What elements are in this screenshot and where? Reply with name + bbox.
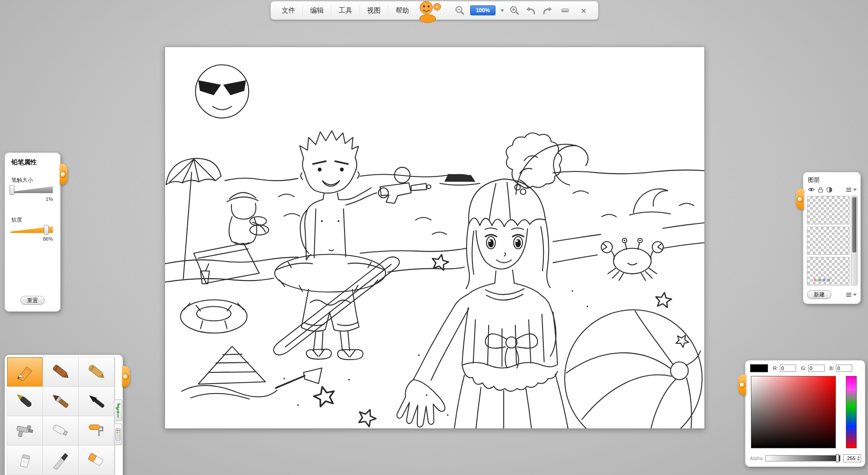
- green-input[interactable]: [808, 365, 825, 372]
- zoom-dropdown-arrow[interactable]: [500, 10, 504, 12]
- layers-scrollbar-thumb[interactable]: [852, 197, 856, 252]
- undo-arrow-icon: [525, 5, 537, 16]
- reset-button[interactable]: 重置: [20, 296, 45, 305]
- alpha-slider-handle[interactable]: [836, 454, 839, 462]
- caret-down-icon: [853, 294, 857, 296]
- softness-slider[interactable]: [10, 226, 53, 233]
- paint-roller-icon: [85, 421, 107, 440]
- paint-brush-icon: [50, 392, 71, 411]
- paint-tube-icon: [50, 421, 71, 440]
- layer-thumbnail-3[interactable]: [807, 257, 849, 285]
- clown-dot-icon: [797, 196, 803, 203]
- airbrush-icon: [14, 421, 36, 440]
- tool-paint-roller[interactable]: [79, 416, 114, 445]
- layer-menu-icon: [846, 187, 852, 192]
- red-input[interactable]: [780, 365, 796, 372]
- menu-file[interactable]: 文件: [274, 5, 303, 16]
- stamp-icon: [115, 428, 121, 441]
- tool-paint-tube[interactable]: [43, 416, 78, 445]
- pencil-properties-panel: 铅笔属性 笔触大小 1% 软度 86% 重置: [5, 152, 61, 312]
- layers-footer: 新建: [807, 290, 857, 299]
- swim-ring-on-sand: [180, 300, 247, 333]
- mascot-clown-button[interactable]: [416, 0, 445, 24]
- palette-knife-icon: [50, 451, 71, 470]
- palette-side-strip: [114, 399, 121, 445]
- boy-with-water-gun: [300, 131, 388, 260]
- layers-list: [807, 196, 849, 285]
- layers-panel: 图层: [803, 172, 861, 304]
- tool-pencil[interactable]: [7, 357, 42, 386]
- layer-options-button[interactable]: [846, 292, 857, 297]
- caret-down-icon: [853, 189, 857, 191]
- visibility-eye-icon[interactable]: [808, 187, 815, 192]
- pencil-panel-handle[interactable]: [60, 164, 67, 185]
- hue-strip[interactable]: [846, 376, 857, 448]
- zoom-out-button[interactable]: [454, 5, 465, 16]
- minimize-button[interactable]: [558, 5, 572, 15]
- layer-menu-button[interactable]: [846, 187, 857, 192]
- layers-scrollbar[interactable]: [851, 196, 858, 285]
- tool-chalk[interactable]: [79, 357, 114, 386]
- drawing-canvas[interactable]: [165, 47, 705, 429]
- alpha-spinner: [843, 454, 861, 462]
- brush-size-track: [10, 186, 53, 193]
- color-picker-panel: R: G: B: Alpha: [745, 360, 865, 467]
- color-panel-handle[interactable]: [738, 374, 746, 395]
- menu-edit[interactable]: 编辑: [303, 5, 331, 16]
- ink-brush-icon: [85, 392, 107, 411]
- zoom-in-button[interactable]: [509, 5, 520, 16]
- softness-slider-handle[interactable]: [44, 225, 49, 235]
- menu-view[interactable]: 视图: [360, 5, 388, 16]
- tool-fountain-pen[interactable]: [7, 387, 42, 416]
- fountain-pen-icon: [14, 392, 36, 411]
- layer-options-icon: [846, 292, 852, 297]
- saturation-value-box[interactable]: [751, 376, 836, 448]
- clown-dot-icon: [739, 382, 745, 388]
- layers-panel-title: 图层: [808, 176, 820, 184]
- close-button[interactable]: ×: [577, 5, 590, 15]
- paint-mark: [823, 279, 826, 281]
- tool-crayon[interactable]: [43, 357, 78, 386]
- new-layer-button[interactable]: 新建: [807, 290, 831, 299]
- softness-value: 86%: [43, 236, 53, 242]
- tool-ink-brush[interactable]: [79, 387, 114, 416]
- bamboo-icon: [115, 402, 121, 418]
- paint-jar-icon: [14, 451, 36, 470]
- tool-eraser[interactable]: [79, 446, 114, 475]
- pencil-panel-title: 铅笔属性: [11, 158, 37, 166]
- menu-help[interactable]: 帮助: [388, 5, 416, 16]
- spin-up-icon[interactable]: [857, 456, 860, 458]
- brush-size-value: 1%: [46, 196, 53, 202]
- sun-with-sunglasses: [195, 65, 249, 118]
- brush-size-slider-handle[interactable]: [9, 185, 14, 195]
- alpha-slider[interactable]: [765, 455, 840, 461]
- layers-panel-handle[interactable]: [796, 189, 804, 209]
- tool-palette-handle[interactable]: [122, 366, 130, 387]
- redo-button[interactable]: [542, 5, 553, 16]
- brush-size-slider[interactable]: [10, 186, 53, 193]
- tool-airbrush[interactable]: [7, 416, 42, 445]
- blue-input[interactable]: [836, 365, 852, 372]
- spin-down-icon[interactable]: [857, 459, 860, 461]
- tool-paint-jar[interactable]: [7, 446, 42, 475]
- surfboard: [274, 257, 399, 355]
- layer-thumbnail-1[interactable]: [807, 196, 849, 224]
- zoom-level-badge[interactable]: 100%: [470, 5, 495, 15]
- water-gun: [380, 167, 431, 204]
- lock-icon[interactable]: [818, 187, 823, 193]
- stamp-tool-button[interactable]: [114, 423, 122, 445]
- red-label: R:: [773, 366, 778, 371]
- current-color-swatch[interactable]: [750, 364, 768, 372]
- zoom-controls: 100% ×: [454, 5, 590, 16]
- layer-thumbnail-2[interactable]: [807, 227, 849, 255]
- blend-circle-icon[interactable]: [826, 187, 832, 193]
- menu-tools[interactable]: 工具: [331, 5, 360, 16]
- boy-shorts-legs: [302, 289, 363, 360]
- undo-button[interactable]: [525, 5, 537, 16]
- wave-right: [629, 189, 670, 215]
- tool-palette-knife[interactable]: [43, 446, 78, 475]
- bamboo-tool-button[interactable]: [114, 399, 122, 421]
- alpha-input[interactable]: [844, 456, 856, 461]
- tool-paint-brush[interactable]: [43, 387, 78, 416]
- beach-line-art: [165, 47, 704, 428]
